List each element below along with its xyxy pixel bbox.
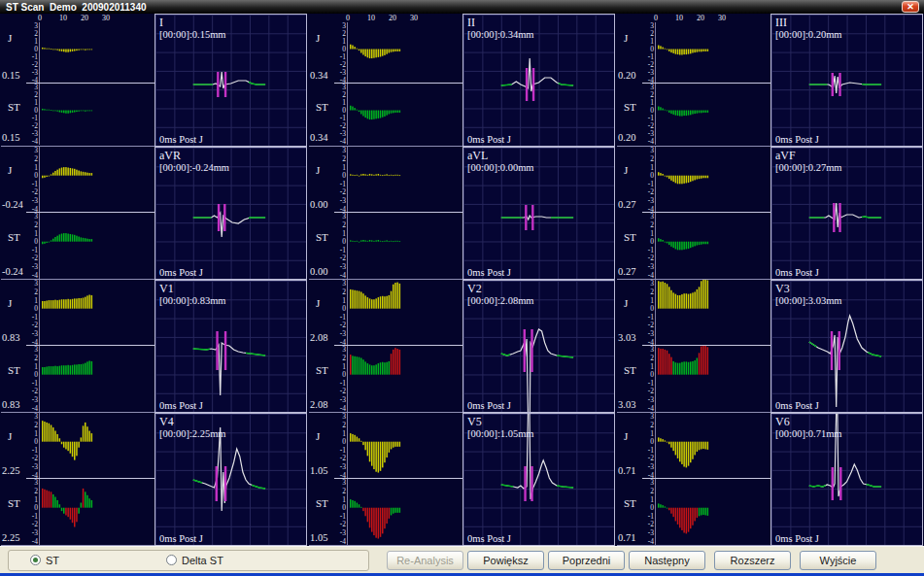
st-scan-window: ST Scan Demo 200902011340 ✕ J0.15ST0.150… [0,0,924,576]
y-tick: 3 [26,213,38,220]
y-tick: -2 [334,388,346,394]
trend-sub-stsub: 3210-1-2-3-4 [334,346,462,412]
y-tick: 3 [334,147,346,153]
trend-sub-jsub: 3210-1-2-3-4 [642,413,770,479]
zoom-in-button[interactable]: Powiększ [467,551,544,570]
ecg-panel-avr: aVR[00:00]:-0.24mm0ms Post J [154,147,307,280]
trend-labels: J2.08ST2.08 [309,280,334,413]
lead-footer: 0ms Post J [467,267,511,278]
exit-button[interactable]: Wyjście [800,551,876,570]
close-icon[interactable]: ✕ [902,1,919,13]
y-tick: -4 [334,405,346,412]
y-tick: -2 [26,521,38,527]
trend-labels: J1.05ST1.05 [309,413,334,546]
j-label: J [8,164,12,176]
time-axis: 0102030 [26,14,154,22]
y-tick: -1 [26,447,38,454]
y-tick: 3 [334,280,346,287]
j-value: 0.20 [618,70,635,81]
radio-st[interactable]: ST [30,555,59,566]
trend-sub-jsub: 3210-1-2-3-4 [642,147,770,213]
y-tick: -2 [334,322,346,328]
time-tick: 10 [675,14,683,22]
y-tick: 0 [642,107,654,114]
st-value: 0.20 [618,132,635,143]
y-tick: -3 [26,529,38,536]
j-label: J [8,32,12,44]
y-tick: -1 [334,447,346,454]
j-value: 0.34 [310,70,327,81]
radio-delta-label: Delta ST [182,555,223,566]
radio-delta-st[interactable]: Delta ST [166,555,223,566]
y-tick: 0 [334,172,346,179]
trend-labels: J-0.24ST-0.24 [1,147,26,280]
y-tick: -1 [26,115,38,121]
lead-row: J2.25ST2.253210-1-2-3-43210-1-2-3-4V4[00… [1,413,923,546]
y-tick: -2 [334,61,346,68]
y-tick: 3 [334,22,346,29]
trend-sub-stsub: 3210-1-2-3-4 [26,479,154,545]
label-half-st: ST0.00 [309,214,334,281]
y-tick: 1 [26,430,38,437]
trend-panel: 3210-1-2-3-43210-1-2-3-4 [26,147,154,280]
y-tick: 1 [26,363,38,370]
y-tick: 2 [26,30,38,37]
label-half-j: J2.25 [1,413,26,480]
ecg-panel-v6: V6[00:00]:0.71mm0ms Post J [770,413,923,546]
y-tick: -3 [26,69,38,76]
trend-bars [40,280,155,346]
y-tick: -3 [334,529,346,536]
trend-panel: 3210-1-2-3-43210-1-2-3-4 [642,147,770,280]
expand-button[interactable]: Rozszerz [714,551,791,570]
time-tick: 30 [410,14,418,22]
trend-labels: J0.27ST0.27 [617,147,642,280]
trend-panel: 3210-1-2-3-43210-1-2-3-4 [334,413,462,546]
j-value: 2.08 [310,332,327,343]
y-tick: -2 [642,188,654,195]
trend-sub-stsub: 3210-1-2-3-4 [334,479,462,545]
lead-annotation: [00:00]:0.15mm [159,29,226,40]
y-tick: -1 [334,115,346,121]
lead-footer: 0ms Post J [467,400,511,411]
label-half-st: ST2.25 [1,480,26,547]
st-value: 0.34 [310,132,327,143]
label-half-st: ST-0.24 [1,214,26,281]
y-tick: 0 [334,371,346,378]
label-half-j: J0.00 [309,147,334,214]
y-tick: -4 [26,405,38,412]
j-value: 0.00 [310,199,327,210]
next-button[interactable]: Następny [629,551,705,570]
lead-group-avf: J0.27ST0.273210-1-2-3-43210-1-2-3-4aVF[0… [617,147,923,280]
lead-row: J0.83ST0.833210-1-2-3-43210-1-2-3-4V1[00… [1,280,923,413]
time-tick: 20 [81,14,88,22]
y-tick: 3 [334,84,346,90]
y-tick: 3 [642,22,654,29]
y-tick: -3 [334,463,346,470]
st-label: ST [8,101,20,113]
y-tick: -1 [26,380,38,387]
y-tick: 1 [26,496,38,503]
radio-st-circle[interactable] [30,555,41,565]
trend-panel: 01020303210-1-2-3-43210-1-2-3-4 [334,14,462,147]
y-tick: -2 [334,188,346,195]
trend-panel: 01020303210-1-2-3-43210-1-2-3-4 [642,14,770,147]
y-tick: 3 [26,147,38,153]
y-tick: -3 [642,263,654,270]
trend-sub-jsub: 3210-1-2-3-4 [26,280,154,346]
trend-bars [348,147,463,213]
j-label: J [316,430,320,442]
trend-sub-jsub: 3210-1-2-3-4 [334,280,462,346]
previous-button[interactable]: Poprzedni [548,551,625,570]
re-analysis-button[interactable]: Re-Analysis [387,551,463,570]
trend-bars [656,84,771,145]
y-tick: 0 [334,46,346,52]
y-tick: -4 [642,538,654,545]
radio-delta-circle[interactable] [166,555,177,565]
y-tick: 3 [26,479,38,486]
lead-group-avr: J-0.24ST-0.243210-1-2-3-43210-1-2-3-4aVR… [1,147,307,280]
y-tick: -1 [334,314,346,321]
lead-name: aVR [159,149,181,163]
trend-bars [656,22,771,84]
y-tick: 0 [334,305,346,312]
y-tick: 3 [642,479,654,486]
